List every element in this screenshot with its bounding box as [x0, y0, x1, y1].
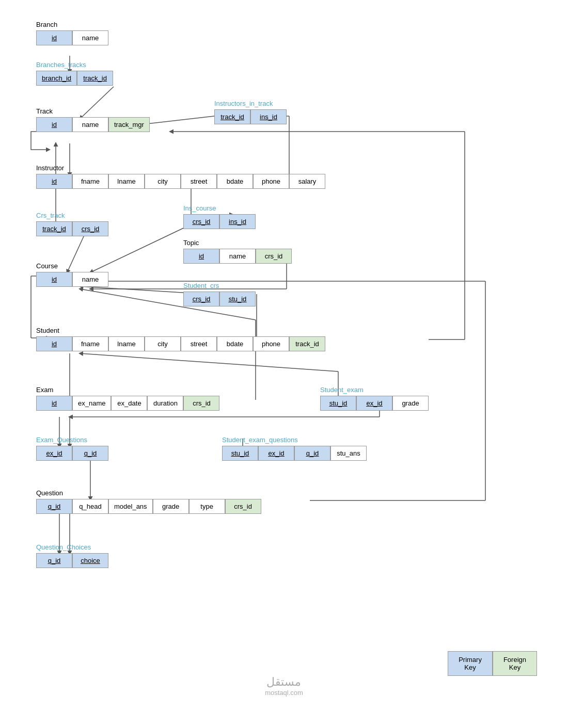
branches-tracks-label: Branches_tracks: [36, 61, 113, 69]
branch-id-cell: id: [36, 30, 72, 45]
iit-label: Instructors_in_track: [214, 100, 287, 107]
iit-ins-id-cell: ins_id: [250, 109, 287, 124]
ic-crs-id-cell: crs_id: [183, 214, 219, 229]
student-exam-table: Student_exam stu_id ex_id grade: [320, 386, 429, 411]
branch-name-cell: name: [72, 30, 108, 45]
seq-label: Student_exam_questions: [222, 436, 367, 444]
ins-course-label: Ins_course: [183, 204, 256, 212]
student-table: Student id fname lname city street bdate…: [36, 327, 325, 351]
track-name-cell: name: [72, 117, 108, 132]
ins-course-table: Ins_course crs_id ins_id: [183, 204, 256, 229]
seq-ex-id-cell: ex_id: [258, 446, 294, 461]
crs-track-label: Crs_track: [36, 212, 108, 219]
stu-city-cell: city: [145, 336, 181, 351]
exam-duration-cell: duration: [147, 396, 183, 411]
seq-stu-ans-cell: stu_ans: [330, 446, 367, 461]
legend: PrimaryKey ForeignKey: [448, 651, 537, 676]
exam-questions-table: Exam_Questions ex_id q_id: [36, 436, 108, 461]
ins-id-cell: id: [36, 174, 72, 189]
stu-lname-cell: lname: [108, 336, 145, 351]
footer: مستقل mostaql.com: [265, 675, 303, 697]
ins-phone-cell: phone: [253, 174, 289, 189]
qc-q-id-cell: q_id: [36, 553, 72, 568]
exam-label: Exam: [36, 386, 219, 394]
se-stu-id-cell: stu_id: [320, 396, 356, 411]
topic-name-cell: name: [219, 249, 256, 264]
exam-crs-id-cell: crs_id: [183, 396, 219, 411]
q-q-id-cell: q_id: [36, 499, 72, 514]
stu-bdate-cell: bdate: [217, 336, 253, 351]
ic-ins-id-cell: ins_id: [219, 214, 256, 229]
stu-phone-cell: phone: [253, 336, 289, 351]
course-label: Course: [36, 262, 108, 270]
student-crs-label: Student_crs: [183, 282, 256, 289]
question-label: Question: [36, 489, 261, 497]
bt-branch-id-cell: branch_id: [36, 71, 77, 86]
track-table: Track id name track_mgr: [36, 107, 150, 132]
exam-table: Exam id ex_name ex_date duration crs_id: [36, 386, 219, 411]
ct-track-id-cell: track_id: [36, 221, 72, 236]
qc-choice-cell: choice: [72, 553, 108, 568]
ins-city-cell: city: [145, 174, 181, 189]
stu-fname-cell: fname: [72, 336, 108, 351]
seq-q-id-cell: q_id: [294, 446, 330, 461]
topic-crs-id-cell: crs_id: [256, 249, 292, 264]
branches-tracks-table: Branches_tracks branch_id track_id: [36, 61, 113, 86]
ct-crs-id-cell: crs_id: [72, 221, 108, 236]
student-label: Student: [36, 327, 325, 334]
topic-table: Topic id name crs_id: [183, 239, 292, 264]
bt-track-id-cell: track_id: [77, 71, 113, 86]
sc-crs-id-cell: crs_id: [183, 292, 219, 306]
student-crs-table: Student_crs crs_id stu_id: [183, 282, 256, 306]
course-id-cell: id: [36, 272, 72, 287]
footer-text: mostaql.com: [265, 689, 303, 697]
branch-label: Branch: [36, 21, 108, 28]
se-grade-cell: grade: [392, 396, 429, 411]
seq-stu-id-cell: stu_id: [222, 446, 258, 461]
ins-bdate-cell: bdate: [217, 174, 253, 189]
instructor-table: Instructor id fname lname city street bd…: [36, 164, 325, 189]
eq-q-id-cell: q_id: [72, 446, 108, 461]
q-grade-cell: grade: [153, 499, 189, 514]
eq-ex-id-cell: ex_id: [36, 446, 72, 461]
crs-track-table: Crs_track track_id crs_id: [36, 212, 108, 236]
exam-ex-date-cell: ex_date: [111, 396, 147, 411]
exam-questions-label: Exam_Questions: [36, 436, 108, 444]
exam-ex-name-cell: ex_name: [72, 396, 111, 411]
q-head-cell: q_head: [72, 499, 108, 514]
ins-fname-cell: fname: [72, 174, 108, 189]
ins-street-cell: street: [181, 174, 217, 189]
pk-legend: PrimaryKey: [448, 651, 493, 676]
q-crs-id-cell: crs_id: [225, 499, 261, 514]
track-id-cell: id: [36, 117, 72, 132]
ins-lname-cell: lname: [108, 174, 145, 189]
student-exam-questions-table: Student_exam_questions stu_id ex_id q_id…: [222, 436, 367, 461]
q-model-ans-cell: model_ans: [108, 499, 153, 514]
svg-line-27: [80, 353, 338, 371]
instructors-in-track-table: Instructors_in_track track_id ins_id: [214, 100, 287, 124]
stu-id-cell: id: [36, 336, 72, 351]
exam-id-cell: id: [36, 396, 72, 411]
track-mgr-cell: track_mgr: [108, 117, 150, 132]
diagram-container: Branch id name Branches_tracks branch_id…: [0, 0, 568, 707]
question-table: Question q_id q_head model_ans grade typ…: [36, 489, 261, 514]
course-table: Course id name: [36, 262, 108, 287]
sc-stu-id-cell: stu_id: [219, 292, 256, 306]
iit-track-id-cell: track_id: [214, 109, 250, 124]
ins-salary-cell: salary: [289, 174, 325, 189]
question-choices-table: Question_Choices q_id choice: [36, 543, 108, 568]
course-name-cell: name: [72, 272, 108, 287]
stu-track-id-cell: track_id: [289, 336, 325, 351]
student-exam-label: Student_exam: [320, 386, 429, 394]
se-ex-id-cell: ex_id: [356, 396, 392, 411]
topic-id-cell: id: [183, 249, 219, 264]
fk-legend: ForeignKey: [493, 651, 537, 676]
q-type-cell: type: [189, 499, 225, 514]
branch-table: Branch id name: [36, 21, 108, 45]
track-label: Track: [36, 107, 150, 115]
instructor-label: Instructor: [36, 164, 325, 172]
topic-label: Topic: [183, 239, 292, 247]
question-choices-label: Question_Choices: [36, 543, 108, 551]
stu-street-cell: street: [181, 336, 217, 351]
